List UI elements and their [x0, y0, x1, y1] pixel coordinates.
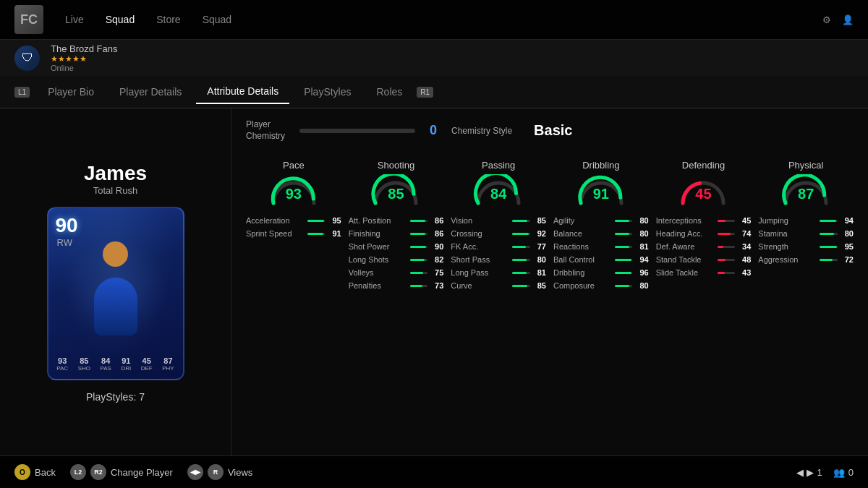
stat-volleys: Volleys 75: [349, 268, 444, 277]
stat-bar: [718, 246, 735, 248]
card-stat-phy: 87PHY: [162, 356, 174, 372]
stat-bar-fill: [512, 285, 527, 287]
stat-dribbling: Dribbling 96: [553, 268, 649, 277]
stat-value: 85: [537, 216, 546, 225]
chemistry-row: PlayerChemistry 0 Chemistry Style Basic: [246, 119, 854, 149]
stat-composure: Composure 80: [553, 281, 649, 290]
category-dribbling: Dribbling 91 Agility 80 Balance 80 React…: [553, 160, 649, 294]
stat-value: 80: [639, 281, 648, 290]
stat-short-pass: Short Pass 80: [451, 255, 546, 264]
stat-value: 80: [537, 255, 546, 264]
stat-name: Interceptions: [656, 216, 714, 225]
stat-bar-fill: [512, 272, 527, 274]
chemistry-value: 0: [430, 123, 437, 138]
back-button[interactable]: O Back: [14, 464, 56, 480]
stat-bar-fill: [718, 246, 723, 248]
l2-icon: L2: [70, 464, 86, 480]
gauge-value-shooting: 85: [388, 186, 404, 202]
category-passing: Passing 84 Vision 85 Crossing 92 FK Acc.…: [451, 160, 546, 294]
stat-acceleration: Acceleration 95: [246, 216, 341, 225]
stat-bar: [410, 259, 427, 261]
stat-bar-fill: [718, 233, 731, 235]
nav-store[interactable]: Store: [156, 14, 180, 25]
attr-categories: Pace 93 Acceleration 95 Sprint Speed 91 …: [246, 160, 854, 294]
stat-name: Stand Tackle: [656, 255, 714, 264]
stat-shot-power: Shot Power 90: [349, 242, 444, 251]
stat-bar: [718, 233, 735, 235]
views-label: Views: [228, 467, 252, 478]
card-rating: 90: [56, 214, 78, 237]
stat-bar: [820, 233, 837, 235]
stat-name: Reactions: [553, 242, 611, 251]
player-section: James Total Rush 90 RW 93PAC85SHO84PAS91…: [0, 108, 231, 455]
tab-badge-r1: R1: [417, 87, 433, 98]
stat-balance: Balance 80: [553, 229, 649, 238]
stat-name: Short Pass: [451, 255, 509, 264]
change-player-button[interactable]: L2 R2 Change Player: [70, 464, 173, 480]
tabs-bar: L1 Player Bio Player Details Attribute D…: [0, 76, 868, 108]
chemistry-bar: [299, 129, 415, 133]
category-header-defending: Defending 45: [656, 160, 752, 210]
nav-right-icon1: ⚙: [822, 14, 831, 25]
stat-bar-fill: [307, 233, 323, 235]
stat-name: Volleys: [349, 268, 407, 277]
silhouette-body: [94, 278, 137, 335]
gauge-defending: 45: [678, 174, 728, 210]
stat-bar-fill: [307, 220, 324, 222]
category-header-shooting: Shooting 85: [349, 160, 444, 210]
stat-bar-fill: [410, 259, 425, 261]
nav-live[interactable]: Live: [65, 14, 84, 25]
stat-reactions: Reactions 81: [553, 242, 649, 251]
top-nav: FC Live Squad Store Squad ⚙ 👤: [0, 0, 868, 40]
club-info: The Brozd Fans ★★★★★ Online: [51, 43, 118, 72]
bottom-right: ◀ ▶ 1 👥 0: [796, 467, 854, 478]
category-header-dribbling: Dribbling 91: [553, 160, 649, 210]
tab-player-details[interactable]: Player Details: [109, 80, 192, 103]
stat-bar-fill: [512, 233, 528, 235]
stat-name: Composure: [553, 281, 611, 290]
stat-bar: [512, 233, 529, 235]
stat-value: 86: [435, 216, 443, 225]
views-button[interactable]: ◀▶ R Views: [187, 464, 252, 480]
stat-value: 80: [639, 229, 648, 238]
stat-name: Vision: [451, 216, 509, 225]
player-type: Total Rush: [93, 185, 137, 196]
stat-name: Strength: [758, 242, 816, 251]
stat-slide-tackle: Slide Tackle 43: [656, 268, 752, 277]
card-stat-dri: 91DRI: [121, 356, 131, 372]
tab-playstyles[interactable]: PlayStyles: [293, 80, 362, 103]
stat-stand-tackle: Stand Tackle 48: [656, 255, 752, 264]
stat-value: 92: [537, 229, 546, 238]
chemistry-label: PlayerChemistry: [246, 119, 285, 142]
playstyles-info: PlayStyles: 7: [86, 391, 145, 403]
stat-name: Acceleration: [246, 216, 304, 225]
stat-value: 45: [742, 216, 751, 225]
stat-name: Sprint Speed: [246, 229, 304, 238]
tab-roles[interactable]: Roles: [366, 80, 414, 103]
category-pace: Pace 93 Acceleration 95 Sprint Speed 91: [246, 160, 341, 294]
gauge-value-dribbling: 91: [593, 186, 609, 202]
club-icon: 🛡: [14, 46, 40, 71]
nav-squad2[interactable]: Squad: [203, 14, 231, 25]
tab-player-bio[interactable]: Player Bio: [37, 80, 105, 103]
nav-squad[interactable]: Squad: [106, 14, 135, 25]
gauge-passing: 84: [473, 174, 524, 210]
stat-value: 94: [639, 255, 648, 264]
counter2-value: 0: [848, 467, 854, 478]
gauge-value-pace: 93: [286, 186, 302, 202]
stat-name: Ball Control: [553, 255, 611, 264]
stat-value: 94: [845, 216, 854, 225]
stat-sprint-speed: Sprint Speed 91: [246, 229, 341, 238]
left-right-icon: ◀▶: [187, 464, 203, 480]
tab-attribute-details[interactable]: Attribute Details: [196, 80, 289, 104]
category-header-passing: Passing 84: [451, 160, 546, 210]
stat-def-aware: Def. Aware 34: [656, 242, 752, 251]
stat-value: 82: [435, 255, 443, 264]
stat-value: 86: [435, 229, 443, 238]
stat-value: 81: [537, 268, 546, 277]
stat-value: 95: [845, 242, 854, 251]
stat-heading-acc: Heading Acc. 74: [656, 229, 752, 238]
chemistry-style-value: Basic: [534, 122, 572, 139]
stat-name: FK Acc.: [451, 242, 509, 251]
stat-bar-fill: [615, 246, 629, 248]
